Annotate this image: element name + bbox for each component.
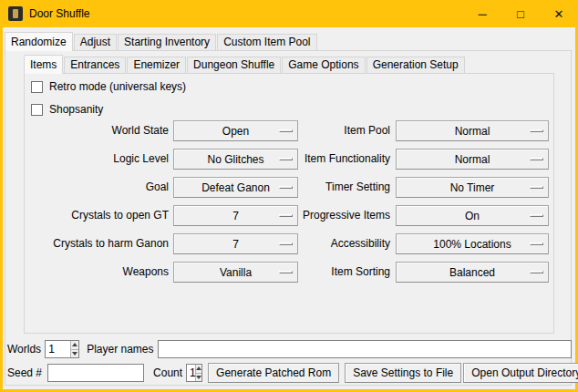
weapons-label: Weapons <box>25 262 169 283</box>
tab-game-options[interactable]: Game Options <box>282 57 365 73</box>
count-spin-up-button[interactable] <box>196 365 201 373</box>
shopsanity-checkbox[interactable] <box>31 104 43 116</box>
shopsanity-label: Shopsanity <box>49 103 103 116</box>
accessibility-label: Accessibility <box>246 233 390 254</box>
item-functionality-value: Normal <box>455 153 490 166</box>
seed-label: Seed # <box>7 366 42 379</box>
spin-up-icon <box>72 343 77 346</box>
count-label: Count <box>153 366 182 379</box>
timer-setting-label: Timer Setting <box>246 177 390 198</box>
count-spin-input[interactable] <box>187 365 195 381</box>
maximize-icon: □ <box>517 7 524 21</box>
inner-tab-bar: Items Entrances Enemizer Dungeon Shuffle… <box>24 54 466 73</box>
retro-mode-checkbox-row[interactable]: Retro mode (universal keys) <box>31 79 186 94</box>
item-sorting-value: Balanced <box>449 266 495 279</box>
retro-mode-label: Retro mode (universal keys) <box>49 80 186 93</box>
item-pool-label: Item Pool <box>246 120 390 141</box>
seed-input[interactable] <box>47 364 144 382</box>
minimize-button[interactable]: ─ <box>463 0 501 27</box>
open-output-directory-button[interactable]: Open Output Directory <box>463 363 578 383</box>
count-spin-down-button[interactable] <box>196 373 201 382</box>
crystals-ganon-label: Crystals to harm Ganon <box>25 233 169 254</box>
timer-setting-dropdown[interactable]: No Timer <box>396 177 549 198</box>
dropdown-indicator-icon <box>530 242 543 245</box>
dropdown-indicator-icon <box>530 158 543 160</box>
tab-starting-inventory[interactable]: Starting Inventory <box>118 34 216 50</box>
tab-dungeon-shuffle[interactable]: Dungeon Shuffle <box>187 57 281 73</box>
accessibility-dropdown[interactable]: 100% Locations <box>396 233 549 254</box>
dropdown-indicator-icon <box>530 271 543 273</box>
world-state-value: Open <box>222 125 249 138</box>
worlds-spinbox[interactable] <box>45 340 79 358</box>
crystals-gt-label: Crystals to open GT <box>25 205 169 226</box>
spin-up-icon <box>196 366 201 370</box>
goal-label: Goal <box>25 177 169 198</box>
tab-enemizer[interactable]: Enemizer <box>127 57 186 73</box>
setting-row: Weapons Vanilla Item Sorting Balanced <box>25 262 553 283</box>
generate-patched-rom-button[interactable]: Generate Patched Rom <box>208 363 339 383</box>
tab-custom-item-pool[interactable]: Custom Item Pool <box>217 34 316 50</box>
item-sorting-label: Item Sorting <box>246 262 390 283</box>
accessibility-value: 100% Locations <box>433 238 511 251</box>
close-button[interactable]: ✕ <box>540 0 578 27</box>
progressive-items-label: Progressive Items <box>246 205 390 226</box>
shopsanity-checkbox-row[interactable]: Shopsanity <box>31 102 103 117</box>
items-panel: Retro mode (universal keys) Shopsanity W… <box>24 73 554 334</box>
worlds-row: Worlds Player names <box>7 339 572 359</box>
randomize-panel: Items Entrances Enemizer Dungeon Shuffle… <box>5 50 572 386</box>
dropdown-indicator-icon <box>530 214 543 217</box>
retro-mode-checkbox[interactable] <box>31 81 43 93</box>
worlds-spin-input[interactable] <box>46 341 69 357</box>
count-spin-buttons <box>195 365 201 381</box>
dropdown-indicator-icon <box>530 129 543 132</box>
item-sorting-dropdown[interactable]: Balanced <box>396 262 549 283</box>
logic-level-label: Logic Level <box>25 149 169 170</box>
setting-row: Goal Defeat Ganon Timer Setting No Timer <box>25 177 553 198</box>
worlds-label: Worlds <box>7 343 41 356</box>
timer-setting-value: No Timer <box>450 181 495 194</box>
close-icon: ✕ <box>554 7 564 21</box>
setting-row: Crystals to open GT 7 Progressive Items … <box>25 205 553 226</box>
player-names-label: Player names <box>87 343 153 356</box>
worlds-spin-down-button[interactable] <box>71 349 79 358</box>
progressive-items-value: On <box>465 210 480 222</box>
crystals-gt-value: 7 <box>232 210 239 222</box>
progressive-items-dropdown[interactable]: On <box>396 205 549 226</box>
setting-row: World State Open Item Pool Normal <box>25 120 553 141</box>
tab-randomize[interactable]: Randomize <box>5 32 73 51</box>
tab-entrances[interactable]: Entrances <box>64 57 126 73</box>
tab-generation-setup[interactable]: Generation Setup <box>366 57 465 73</box>
item-pool-dropdown[interactable]: Normal <box>396 120 549 141</box>
spin-down-icon <box>196 376 201 379</box>
titlebar[interactable]: Door Shuffle ─ □ ✕ <box>0 0 578 27</box>
tab-items[interactable]: Items <box>24 55 63 74</box>
spin-down-icon <box>72 352 77 356</box>
player-names-input[interactable] <box>158 340 573 358</box>
window-title: Door Shuffle <box>29 7 90 20</box>
minimize-icon: ─ <box>478 7 486 21</box>
item-pool-value: Normal <box>455 125 490 138</box>
setting-row: Crystals to harm Ganon 7 Accessibility 1… <box>25 233 553 254</box>
world-state-label: World State <box>25 120 169 141</box>
item-functionality-label: Item Functionality <box>246 149 390 170</box>
worlds-spin-up-button[interactable] <box>71 341 79 349</box>
crystals-ganon-value: 7 <box>232 238 239 251</box>
save-settings-button[interactable]: Save Settings to File <box>345 363 461 383</box>
outer-tab-bar: Randomize Adjust Starting Inventory Cust… <box>5 31 318 50</box>
app-icon <box>8 6 23 21</box>
seed-row: Seed # Count Generate Patched Rom Save S… <box>7 363 572 383</box>
worlds-spin-buttons <box>70 341 79 357</box>
maximize-button[interactable]: □ <box>501 0 540 27</box>
dropdown-indicator-icon <box>530 186 543 189</box>
tab-adjust[interactable]: Adjust <box>74 34 117 50</box>
app-window: Door Shuffle ─ □ ✕ Randomize Adjust Star… <box>0 0 578 392</box>
item-functionality-dropdown[interactable]: Normal <box>396 149 549 170</box>
client-area: Randomize Adjust Starting Inventory Cust… <box>3 27 575 389</box>
count-spinbox[interactable] <box>186 364 202 382</box>
setting-row: Logic Level No Glitches Item Functionali… <box>25 149 553 170</box>
window-controls: ─ □ ✕ <box>463 0 578 27</box>
